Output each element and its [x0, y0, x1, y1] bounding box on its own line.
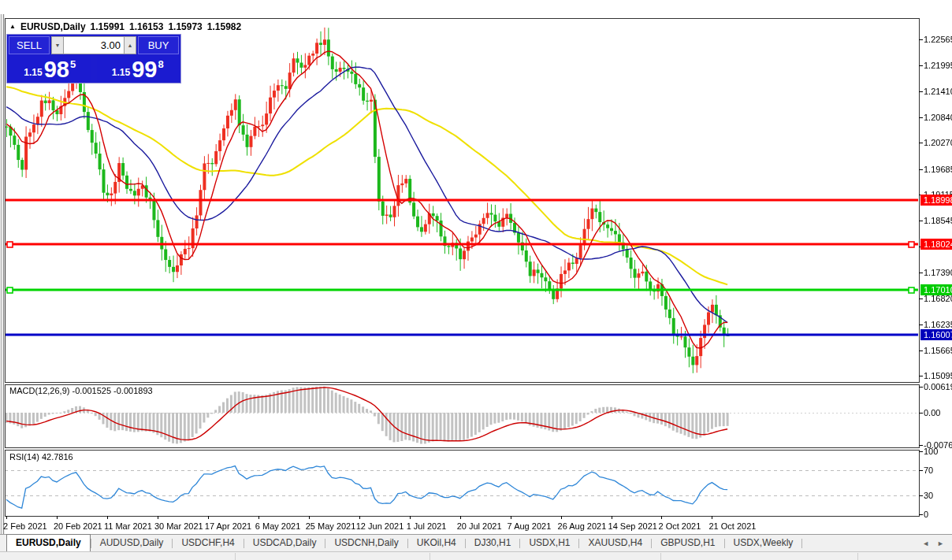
price-axis-tick: 1.22565 [924, 35, 952, 44]
date-axis-tick: 12 Jun 2021 [356, 521, 404, 531]
tab-scroll-right-icon[interactable]: ► [937, 540, 944, 547]
trading-platform-window: 15M30H1H4D1W1MN ▲ EURUSD,Daily 1.15991 1… [0, 0, 952, 560]
chart-title: ▲ EURUSD,Daily 1.15991 1.16153 1.15973 1… [9, 21, 241, 32]
ohlc-low: 1.15973 [168, 21, 202, 32]
date-axis-tick: 2 Oct 2021 [658, 521, 701, 531]
status-divider [660, 553, 661, 560]
macd-axis-tick: 0.006193 [924, 382, 952, 391]
rsi-axis-tick: 0 [924, 510, 952, 519]
price-axis-tick: 1.20840 [924, 113, 952, 122]
lot-increase-button[interactable]: ▲ [124, 36, 136, 54]
chart-tab-ukoil[interactable]: UKOil,H4 [408, 535, 465, 552]
macd-indicator-label: MACD(12,26,9) -0.001525 -0.001893 [9, 386, 153, 395]
date-axis-tick: 6 May 2021 [255, 521, 300, 531]
rsi-axis-tick: 100 [924, 447, 952, 456]
chart-tab-dj30[interactable]: DJ30,H1 [466, 535, 520, 552]
date-axis-tick: 26 Aug 2021 [558, 521, 607, 531]
status-divider [857, 553, 858, 560]
price-axis-tick: 1.16235 [924, 320, 952, 329]
chart-tab-audusd[interactable]: AUDUSD,Daily [91, 535, 173, 552]
rsi-indicator-label: RSI(14) 42.7816 [9, 452, 73, 462]
date-axis-tick: 20 Jul 2021 [457, 521, 502, 531]
date-axis-tick: 14 Sep 2021 [608, 521, 657, 531]
price-axis-tick: 1.20270 [924, 138, 952, 147]
date-axis-tick: 30 Mar 2021 [154, 521, 203, 531]
lot-size-stepper: ▼ ▲ [51, 36, 136, 54]
buy-price-pip: 8 [158, 58, 163, 70]
price-axis-tick: 1.18545 [924, 216, 952, 225]
chart-tab-gbpusd[interactable]: GBPUSD,H1 [652, 535, 723, 552]
chart-tab-eurusd[interactable]: EURUSD,Daily [6, 534, 91, 552]
lot-decrease-button[interactable]: ▼ [51, 36, 64, 54]
chart-tab-usdx[interactable]: USDX,H1 [520, 535, 578, 552]
price-axis-tick: 1.15665 [924, 346, 952, 355]
chart-tab-usdchf[interactable]: USDCHF,H4 [173, 535, 243, 552]
rsi-axis-tick: 70 [924, 465, 952, 475]
hline-price-badge: 1.18024 [920, 239, 952, 250]
date-axis-tick: 17 Apr 2021 [205, 521, 251, 531]
tab-scroll-buttons: ◄► [922, 535, 952, 552]
date-axis-tick: 7 Aug 2021 [508, 521, 552, 531]
date-axis-tick: 20 Feb 2021 [54, 521, 102, 531]
chart-collapse-icon: ▲ [9, 23, 16, 30]
buy-price-display[interactable]: 1.15 99 8 [97, 56, 180, 81]
buy-button[interactable]: BUY [138, 36, 179, 54]
ohlc-open: 1.15991 [91, 21, 125, 32]
ohlc-close: 1.15982 [207, 21, 241, 32]
lot-size-input[interactable] [64, 36, 124, 54]
tab-separator [801, 539, 802, 548]
price-chart-canvas[interactable] [0, 0, 952, 560]
date-axis-tick: 21 Oct 2021 [708, 521, 756, 531]
price-axis-tick: 1.17390 [924, 268, 952, 277]
chart-tab-xauusd[interactable]: XAUUSD,H4 [579, 535, 651, 552]
hline-price-badge: 1.18998 [920, 195, 952, 206]
price-axis-tick: 1.21995 [924, 61, 952, 70]
date-axis-tick: 2 Feb 2021 [3, 521, 47, 531]
buy-price-big: 99 [132, 58, 157, 80]
date-axis-tick: 11 Mar 2021 [104, 521, 152, 531]
sell-price-pip: 5 [70, 58, 76, 70]
sell-price-display[interactable]: 1.15 98 5 [9, 56, 91, 81]
hline-price-badge: 1.16007 [920, 329, 952, 340]
sell-price-prefix: 1.15 [24, 67, 42, 78]
chart-tab-bar: EURUSD,DailyAUDUSD,DailyUSDCHF,H4USDCAD,… [0, 534, 952, 552]
date-axis-tick: 25 May 2021 [306, 521, 356, 531]
status-divider [235, 553, 236, 560]
ohlc-high: 1.16153 [129, 21, 163, 32]
chart-tab-usdcnh[interactable]: USDCNH,Daily [325, 535, 407, 552]
sell-price-big: 98 [44, 58, 69, 80]
chart-symbol-label: EURUSD,Daily [20, 21, 86, 32]
one-click-trading-panel: SELL ▼ ▲ BUY 1.15 98 5 1.15 99 8 [6, 34, 181, 83]
tab-scroll-left-icon[interactable]: ◄ [922, 540, 929, 547]
price-axis-tick: 1.21410 [924, 87, 952, 96]
status-divider [430, 553, 430, 560]
price-axis-tick: 1.19685 [924, 165, 952, 174]
hline-price-badge: 1.17010 [920, 284, 952, 295]
rsi-axis-tick: 30 [924, 491, 952, 500]
chart-tab-usdcad[interactable]: USDCAD,Daily [244, 535, 325, 552]
chart-tab-usdx[interactable]: USDX,Weekly [725, 535, 802, 552]
buy-price-prefix: 1.15 [112, 67, 130, 78]
status-strip [0, 551, 952, 560]
sell-button[interactable]: SELL [9, 36, 50, 54]
date-axis-tick: 1 Jul 2021 [407, 521, 447, 531]
price-axis-tick: 1.15095 [924, 371, 952, 380]
macd-axis-tick: 0.00 [924, 408, 952, 417]
